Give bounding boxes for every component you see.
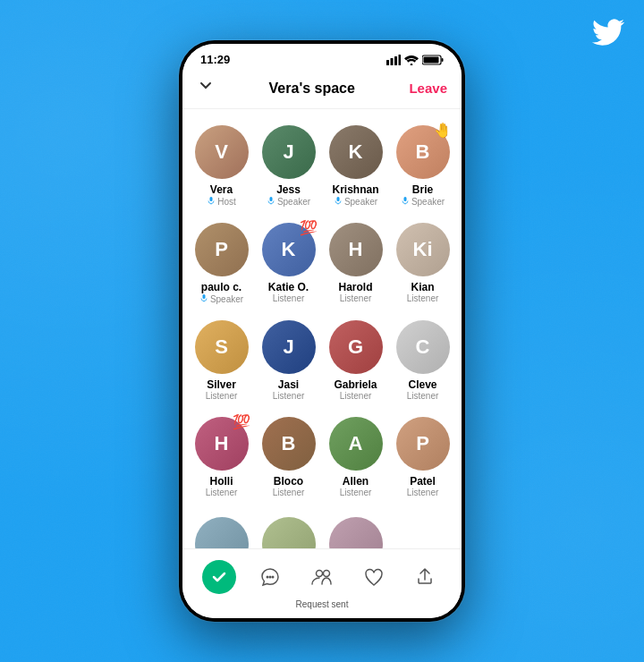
person-role: Listener (340, 488, 372, 497)
share-icon (408, 560, 442, 594)
list-item[interactable]: VVeraHost (190, 120, 253, 212)
person-name: Patel (410, 475, 436, 488)
share-button[interactable] (408, 560, 442, 594)
mic-icon (401, 196, 410, 207)
chat-button[interactable] (253, 560, 287, 594)
person-name: Vera (210, 183, 233, 196)
people-button[interactable] (305, 560, 339, 594)
person-role: Speaker (334, 196, 377, 207)
person-role: Listener (273, 293, 305, 303)
space-title: Vera's space (269, 81, 355, 97)
list-item[interactable]: B🤚BrieSpeaker (391, 120, 454, 212)
emoji-badge: 💯 (300, 221, 318, 235)
avatar: J (262, 125, 316, 179)
avatar-wrap: A (329, 417, 383, 471)
heart-icon (357, 560, 391, 594)
list-item[interactable]: BBlocoListener (257, 412, 320, 503)
person-name: Kian (411, 281, 434, 293)
people-icon (305, 560, 339, 594)
list-item[interactable]: Ppaulo c.Speaker (190, 217, 253, 310)
person-name: Katie O. (268, 281, 309, 293)
person-name: Silver (207, 378, 236, 391)
avatar (195, 517, 249, 548)
avatar: G (329, 320, 383, 374)
avatar-wrap: H (329, 223, 383, 276)
list-item[interactable]: SSilverListener (190, 315, 253, 406)
list-item[interactable]: JJessSpeaker (257, 120, 320, 212)
person-name: Gabriela (334, 378, 377, 391)
person-name: paulo c. (201, 281, 242, 293)
mic-icon (207, 196, 216, 207)
list-item[interactable]: HHaroldListener (324, 217, 387, 310)
avatar-wrap: P (195, 223, 249, 276)
twitter-bird-icon (592, 16, 624, 55)
mic-icon (199, 293, 208, 304)
person-name: Bloco (274, 475, 303, 488)
list-item[interactable]: PPatelListener (391, 412, 454, 503)
list-item[interactable]: H💯HolliListener (190, 412, 253, 503)
list-item[interactable]: CCleveListener (391, 315, 454, 406)
svg-rect-8 (210, 197, 213, 201)
list-item[interactable]: GGabrielaListener (324, 315, 387, 406)
avatar-wrap: P (396, 417, 450, 471)
list-item[interactable] (257, 512, 320, 548)
avatar-wrap: K (329, 125, 383, 179)
person-role: Listener (273, 391, 305, 401)
svg-point-20 (269, 576, 272, 579)
person-name: Brie (412, 183, 433, 196)
avatar: Ki (396, 223, 450, 276)
bottom-bar: Request sent (182, 548, 462, 618)
avatar-wrap: V (195, 125, 249, 179)
person-role: Host (207, 196, 236, 207)
chat-icon (253, 560, 287, 594)
person-role: Listener (206, 391, 238, 401)
person-role: Listener (407, 391, 439, 401)
person-name: Harold (338, 281, 372, 293)
avatar: P (396, 417, 450, 471)
avatar: J (262, 320, 316, 374)
list-item[interactable]: K💯Katie O.Listener (257, 217, 320, 310)
people-grid: VVeraHostJJessSpeakerKKrishnanSpeakerB🤚B… (190, 120, 454, 503)
partial-row (190, 512, 454, 548)
avatar: H (329, 223, 383, 276)
person-role: Speaker (401, 196, 445, 207)
person-role: Speaker (199, 293, 243, 304)
avatar-wrap: C (396, 320, 450, 374)
list-item[interactable] (324, 512, 387, 548)
svg-rect-12 (336, 197, 339, 201)
status-icons (386, 55, 444, 65)
svg-rect-14 (403, 197, 406, 201)
svg-point-4 (411, 64, 413, 65)
list-item[interactable]: KKrishnanSpeaker (324, 120, 387, 212)
list-item (391, 512, 454, 548)
person-role: Speaker (267, 196, 310, 207)
chevron-down-button[interactable] (197, 77, 215, 99)
leave-button[interactable]: Leave (409, 81, 447, 96)
space-header: Vera's space Leave (182, 70, 462, 109)
person-name: Jasi (278, 378, 299, 391)
status-time: 11:29 (200, 53, 230, 66)
list-item[interactable]: KiKianListener (391, 217, 454, 310)
avatar (262, 517, 316, 548)
heart-button[interactable] (357, 560, 391, 594)
list-item[interactable] (190, 512, 253, 548)
emoji-badge: 💯 (233, 415, 250, 429)
avatar-wrap: B (262, 417, 316, 471)
person-name: Cleve (408, 378, 436, 391)
list-item[interactable]: JJasiListener (257, 315, 320, 406)
person-role: Listener (407, 293, 439, 303)
svg-point-19 (272, 576, 275, 579)
avatar: V (195, 125, 249, 179)
people-content: VVeraHostJJessSpeakerKKrishnanSpeakerB🤚B… (182, 109, 462, 548)
svg-rect-10 (269, 197, 272, 201)
avatar: P (195, 223, 249, 276)
person-role: Listener (206, 488, 238, 497)
svg-rect-3 (399, 55, 402, 65)
list-item[interactable]: AAllenListener (324, 412, 387, 503)
person-role: Listener (407, 488, 439, 497)
request-button[interactable] (202, 560, 236, 594)
svg-rect-2 (394, 56, 397, 65)
svg-rect-6 (442, 58, 444, 62)
wifi-icon (404, 55, 419, 65)
svg-rect-0 (386, 60, 389, 65)
